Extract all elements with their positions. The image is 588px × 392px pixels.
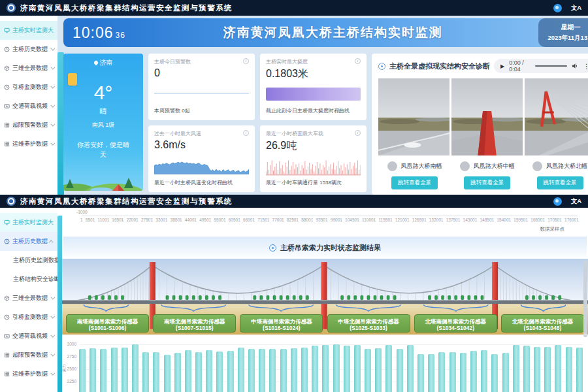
sidebar-item-label: 超限预警数据查询: [12, 351, 48, 359]
sensor-group-button[interactable]: 南塔南侧吊索索力传感器(S1001-S1006): [66, 314, 149, 333]
sensor-group-button[interactable]: 北塔南侧吊索索力传感器(S1034-S1042): [414, 314, 497, 333]
sidebar-item[interactable]: 主桥实时监测大屏: [0, 21, 57, 40]
force-bar: [142, 352, 149, 392]
force-bar: [100, 349, 106, 392]
sidebar-item-label: 主桥实时监测大屏: [12, 26, 54, 35]
sensor-group-button[interactable]: 北塔北侧吊索索力传感器(S1043-S1048): [501, 314, 584, 333]
view-panorama-button[interactable]: 跳转查看全景: [537, 176, 583, 189]
sidebar-item-label: 主桥历史数据查询: [12, 237, 48, 246]
camera-button-cell: 跳转查看全景: [451, 176, 523, 189]
info-icon[interactable]: i: [355, 58, 361, 64]
x-tick: 148501: [480, 218, 495, 222]
info-icon[interactable]: i: [355, 130, 361, 136]
sensor-group-range: (S1001-S1006): [67, 325, 148, 331]
camera-scene: [378, 78, 449, 155]
clock-icon: [4, 84, 10, 90]
user-icon[interactable]: [553, 197, 562, 206]
force-bar: [322, 345, 329, 392]
scrollbar-strip[interactable]: [57, 16, 62, 195]
camera-label-cell: 凤凰路大桥北幅: [523, 161, 588, 171]
volume-icon[interactable]: [572, 63, 579, 69]
stat-card-viz: [154, 79, 249, 107]
video-icon: [4, 333, 10, 339]
translate-icon[interactable]: 文A: [571, 4, 581, 12]
sidebar-item[interactable]: 三维全景数据查询: [0, 59, 57, 78]
sidebar-item[interactable]: 引桥监测数据查询: [0, 308, 57, 327]
sidebar-item[interactable]: 运维养护数据查询: [0, 365, 57, 384]
x-tick: 77001: [272, 218, 284, 222]
camera-label-cell: 凤凰路大桥中幅: [451, 161, 523, 171]
sidebar-subitem[interactable]: 主桥结构安全诊断: [0, 270, 57, 289]
window-history: 济南黄河凤凰大桥桥梁集群结构运营安全监测与预警系统 文A 主桥实时监测大屏主桥历…: [0, 195, 588, 392]
camera-thumbnail[interactable]: [525, 78, 588, 155]
cube-icon: [4, 295, 10, 301]
sensor-group-button[interactable]: 中塔南侧吊索索力传感器(S1016-S1024): [240, 314, 323, 333]
stat-card-footer: 本周预警数 0起: [154, 107, 249, 116]
system-title: 济南黄河凤凰大桥桥梁集群结构运营安全监测与预警系统: [20, 197, 233, 206]
user-icon[interactable]: [553, 4, 562, 12]
sensor-group-buttons: 南塔南侧吊索索力传感器(S1001-S1006)南塔北侧吊索索力传感器(S100…: [66, 314, 584, 333]
force-bar: [111, 348, 118, 392]
info-icon[interactable]: i: [243, 58, 249, 64]
stat-card-title: 主桥实时最大挠度: [266, 58, 308, 65]
sidebar-item[interactable]: 交通荷载视频监测: [0, 327, 57, 346]
sensor-group-button[interactable]: 南塔北侧吊索索力传感器(S1007-S1015): [153, 314, 236, 333]
x-tick: 170501: [547, 218, 562, 222]
sensor-group-name: 中塔南侧吊索索力传感器: [240, 318, 322, 325]
camera-buttons: 跳转查看全景跳转查看全景跳转查看全景: [378, 176, 588, 189]
divider: [154, 93, 249, 93]
force-bar: [544, 347, 551, 392]
play-icon[interactable]: ▶: [500, 63, 504, 69]
chevron-down-icon: [50, 46, 55, 51]
x-tick: 132001: [429, 218, 444, 222]
right-scrollbar[interactable]: [583, 260, 587, 337]
more-options-icon[interactable]: ⋮: [583, 63, 588, 70]
view-panorama-button[interactable]: 跳转查看全景: [464, 176, 510, 189]
camera-label: 凤凰路大桥南幅: [401, 162, 442, 171]
x-tick: 99001: [331, 218, 342, 222]
sidebar-item[interactable]: 超限预警数据查询: [0, 346, 57, 365]
camera-label: 凤凰路大桥中幅: [474, 162, 515, 171]
sidebar-item[interactable]: 主桥实时监测大屏: [0, 213, 57, 232]
history-main: -1000 1550111001165012200127501330013850…: [62, 208, 588, 392]
force-bar: [312, 346, 318, 392]
traffic-sparkline: [266, 156, 361, 176]
camera-button-cell: 跳转查看全景: [523, 176, 588, 189]
sidebar-item[interactable]: 主桥历史数据查询: [0, 40, 57, 59]
sidebar: 主桥实时监测大屏主桥历史数据查询主桥历史监测数据主桥结构安全诊断三维全景数据查询…: [0, 208, 57, 392]
sidebar-item-label: 超限预警数据查询: [12, 121, 48, 129]
force-bar: [576, 348, 583, 392]
camera-thumbnail[interactable]: [451, 78, 523, 155]
y-tick-label: 2750: [62, 354, 76, 359]
sidebar-subitem[interactable]: 主桥历史监测数据: [0, 251, 57, 270]
force-bar: [481, 350, 487, 392]
force-bar: [291, 348, 297, 392]
x-tick: 115501: [378, 218, 392, 222]
weather-city-row: 济南: [63, 58, 143, 67]
sensor-group-button[interactable]: 中塔北侧吊索索力传感器(S1025-S1033): [327, 314, 410, 333]
video-progress-bar[interactable]: [535, 65, 567, 67]
force-bar: [438, 352, 445, 392]
camera-thumbnail[interactable]: [378, 78, 449, 155]
camera-avatar: [532, 161, 542, 171]
x-tick: 66001: [243, 218, 255, 222]
sidebar-item[interactable]: 主桥历史数据查询: [0, 232, 57, 251]
sensor-group-range: (S1007-S1015): [154, 325, 235, 331]
sidebar-item[interactable]: 交通荷载视频监测: [0, 97, 57, 116]
camera-button-cell: 跳转查看全景: [378, 176, 451, 189]
weather-alert-badge[interactable]: [68, 73, 77, 86]
cable-section-title: 主桥吊索索力实时状态监测结果: [280, 243, 381, 253]
translate-icon[interactable]: 文A: [571, 197, 581, 206]
sidebar-item[interactable]: 三维全景数据查询: [0, 289, 57, 308]
sidebar-item[interactable]: 运维养护数据查询: [0, 135, 57, 154]
grid-icon: [4, 122, 10, 128]
system-title: 济南黄河凤凰大桥桥梁集群结构运营安全监测与预警系统: [20, 3, 233, 13]
force-bar: [195, 352, 202, 392]
sidebar-item[interactable]: 引桥监测数据查询: [0, 78, 57, 97]
view-panorama-button[interactable]: 跳转查看全景: [391, 176, 438, 189]
sidebar-item[interactable]: 超限预警数据查询: [0, 116, 57, 135]
info-icon[interactable]: i: [243, 130, 249, 136]
monitor-icon: [4, 220, 10, 225]
grid-icon: [4, 352, 10, 358]
y-tick-label: 3000: [62, 342, 76, 346]
